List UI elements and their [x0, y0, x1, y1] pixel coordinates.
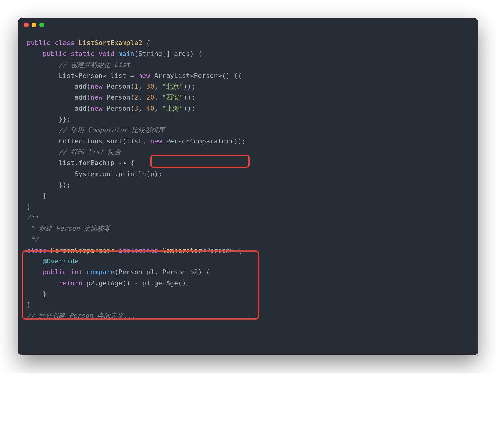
comment: // 此处省略 Person 类的定义... [27, 312, 135, 319]
keyword: implements [118, 247, 158, 254]
code-text: }); [59, 181, 71, 189]
code-content: public class ListSortExample2 { public s… [18, 32, 478, 355]
code-text: add( [75, 83, 90, 90]
code-text: , [138, 94, 146, 101]
code-text: }}; [59, 115, 71, 123]
code-text: , [154, 83, 162, 90]
code-text: add( [75, 94, 90, 101]
code-window: public class ListSortExample2 { public s… [18, 18, 478, 355]
code-text: add( [75, 105, 90, 112]
number: 2 [134, 94, 138, 101]
number: 1 [134, 83, 138, 90]
number: 30 [146, 83, 154, 90]
method-name: compare [87, 268, 115, 276]
code-text: } [43, 192, 47, 199]
keyword: static [71, 50, 94, 57]
code-text: Person( [103, 105, 134, 112]
code-text: , [138, 83, 146, 90]
interface-name: Comparator [162, 247, 202, 254]
annotation: @Override [43, 257, 78, 265]
number: 20 [146, 94, 154, 101]
code-text: )); [183, 83, 195, 90]
code-text: p2.getAge() - p1.getAge(); [82, 279, 190, 287]
code-text: )); [183, 94, 195, 101]
class-name: ListSortExample2 [78, 39, 142, 47]
method-name: main [118, 50, 134, 57]
code-text: Person( [103, 83, 134, 90]
comment: /** [27, 214, 39, 221]
keyword: public [27, 39, 51, 47]
comment: * 新建 Person 类比较器 [27, 225, 110, 232]
string: "西安" [162, 94, 183, 101]
keyword: void [98, 50, 114, 57]
window-titlebar [18, 18, 478, 32]
keyword: public [43, 268, 66, 276]
code-text: } [43, 290, 47, 298]
code-text: )); [183, 105, 195, 112]
maximize-icon[interactable] [39, 23, 44, 27]
code-text: } [27, 301, 31, 308]
code-text: (Person p1, Person p2) { [114, 268, 210, 276]
keyword: int [71, 268, 83, 276]
code-text: (String[] args) { [134, 50, 202, 57]
keyword: public [43, 50, 66, 57]
code-text: , [154, 94, 162, 101]
keyword: return [59, 279, 82, 287]
keyword: class [27, 247, 47, 254]
code-text: Person( [103, 94, 134, 101]
code-text: PersonComparator()); [162, 137, 246, 145]
string: "上海" [162, 105, 183, 112]
code-text: ArrayList<Person>() {{ [150, 72, 242, 79]
code-text: } [27, 203, 31, 210]
keyword: class [55, 39, 75, 47]
code-text: , [154, 105, 162, 112]
comment: */ [27, 235, 39, 243]
code-text: list.forEach(p -> { [59, 159, 134, 167]
string: "北京" [162, 83, 183, 90]
minimize-icon[interactable] [32, 23, 36, 27]
class-name: PersonComparator [51, 247, 114, 254]
code-text: System.out.println(p); [75, 170, 162, 178]
code-text: List<Person> list = [59, 72, 138, 79]
keyword: new [90, 94, 103, 101]
keyword: new [90, 83, 103, 90]
code-text: Collections.sort(list, [59, 137, 150, 145]
comment: // 打印 list 集合 [59, 148, 121, 156]
highlight-box-inline [150, 155, 250, 168]
code-text: { [142, 39, 150, 47]
code-text: , [138, 105, 146, 112]
code-text: <Person> { [202, 247, 242, 254]
close-icon[interactable] [24, 23, 29, 27]
comment: // 使用 Comparator 比较器排序 [59, 126, 165, 134]
keyword: new [138, 72, 150, 79]
keyword: new [90, 105, 103, 112]
number: 40 [146, 105, 154, 112]
keyword: new [150, 137, 162, 145]
comment: // 创建并初始化 List [59, 61, 130, 69]
number: 3 [134, 105, 138, 112]
